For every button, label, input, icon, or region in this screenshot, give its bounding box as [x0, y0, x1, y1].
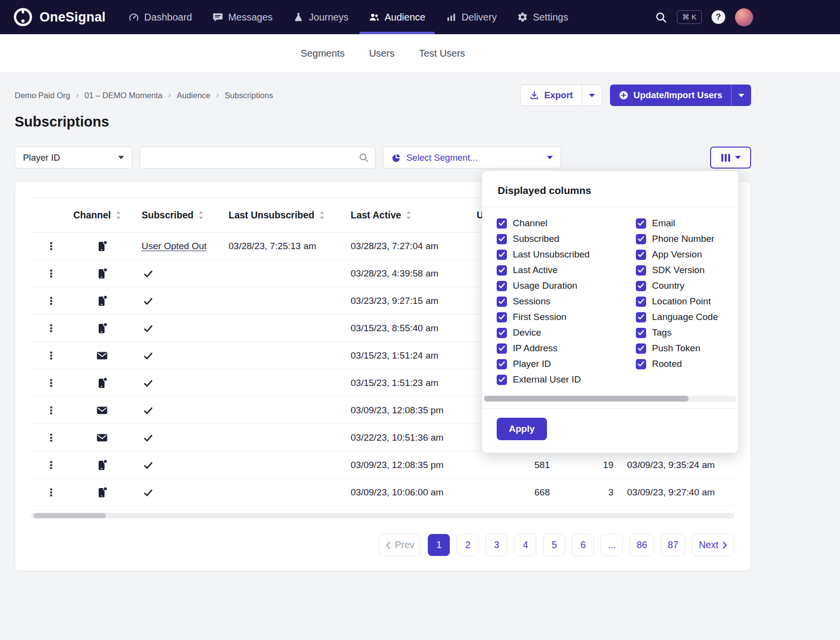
column-option-phone-number[interactable]: Phone Number [636, 234, 718, 244]
column-option-country[interactable]: Country [636, 280, 718, 291]
page-ellipsis[interactable]: ... [601, 534, 623, 556]
column-option-channel[interactable]: Channel [497, 218, 636, 229]
checkbox-checked-icon[interactable] [497, 234, 507, 244]
search-input[interactable] [140, 147, 376, 169]
segment-select[interactable]: Select Segment... [383, 147, 561, 169]
breadcrumb-item-demo-paid-org[interactable]: Demo Paid Org [15, 91, 70, 100]
nav-item-dashboard[interactable]: Dashboard [118, 0, 202, 34]
column-option-last-active[interactable]: Last Active [497, 265, 636, 276]
column-option-app-version[interactable]: App Version [636, 249, 718, 260]
tab-users[interactable]: Users [369, 48, 395, 59]
column-option-first-session[interactable]: First Session [497, 312, 636, 322]
nav-item-audience[interactable]: Audience [358, 0, 435, 34]
checkbox-checked-icon[interactable] [636, 281, 646, 291]
row-menu-button[interactable]: ⋮ [46, 240, 56, 252]
page-button-2[interactable]: 2 [457, 534, 479, 556]
tab-test-users[interactable]: Test Users [419, 48, 465, 59]
column-header-subscribed[interactable]: Subscribed [139, 198, 226, 233]
update-import-users-button[interactable]: Update/Import Users [610, 85, 731, 106]
columns-button[interactable] [710, 147, 751, 169]
sort-icon[interactable] [319, 211, 325, 219]
checkbox-checked-icon[interactable] [497, 328, 507, 338]
checkbox-checked-icon[interactable] [636, 250, 646, 260]
breadcrumb-item-01-demo-momenta[interactable]: 01 – DEMO Momenta [84, 91, 163, 100]
row-menu-button[interactable]: ⋮ [46, 459, 56, 470]
checkbox-checked-icon[interactable] [497, 297, 507, 307]
checkbox-checked-icon[interactable] [636, 265, 646, 276]
column-option-sdk-version[interactable]: SDK Version [636, 265, 718, 276]
checkbox-checked-icon[interactable] [497, 218, 507, 229]
checkbox-checked-icon[interactable] [497, 375, 507, 385]
column-option-email[interactable]: Email [636, 218, 718, 229]
update-import-dropdown-button[interactable] [732, 85, 751, 106]
prev-page-button[interactable]: Prev [378, 534, 421, 556]
page-button-4[interactable]: 4 [514, 534, 536, 556]
page-button-87[interactable]: 87 [661, 534, 685, 556]
popover-horizontal-scrollbar[interactable] [484, 396, 736, 402]
checkbox-checked-icon[interactable] [497, 281, 507, 291]
checkbox-checked-icon[interactable] [636, 328, 646, 338]
brand[interactable]: OneSignal [13, 7, 105, 27]
scrollbar-thumb[interactable] [484, 396, 689, 402]
checkbox-checked-icon[interactable] [636, 343, 646, 354]
next-page-button[interactable]: Next [692, 534, 735, 556]
row-menu-button[interactable]: ⋮ [46, 405, 56, 416]
nav-item-delivery[interactable]: Delivery [436, 0, 507, 34]
apply-button[interactable]: Apply [497, 418, 547, 440]
row-menu-button[interactable]: ⋮ [46, 377, 56, 388]
table-horizontal-scrollbar[interactable] [31, 513, 735, 518]
filter-field-select[interactable]: Player ID [15, 147, 132, 169]
nav-item-messages[interactable]: Messages [202, 0, 283, 34]
export-button[interactable]: Export [521, 85, 582, 106]
row-menu-button[interactable]: ⋮ [46, 432, 56, 443]
sort-icon[interactable] [406, 211, 411, 219]
column-option-external-user-id[interactable]: External User ID [497, 374, 636, 385]
checkbox-checked-icon[interactable] [636, 359, 646, 369]
user-opted-out-link[interactable]: User Opted Out [142, 241, 207, 251]
nav-item-settings[interactable]: Settings [507, 0, 578, 34]
page-button-1[interactable]: 1 [428, 534, 450, 556]
column-header-last-unsubscribed[interactable]: Last Unsubscribed [226, 198, 348, 233]
checkbox-checked-icon[interactable] [497, 359, 507, 369]
row-menu-button[interactable]: ⋮ [46, 322, 56, 334]
column-option-sessions[interactable]: Sessions [497, 296, 636, 307]
page-button-3[interactable]: 3 [485, 534, 507, 556]
row-menu-button[interactable]: ⋮ [46, 295, 56, 306]
checkbox-checked-icon[interactable] [636, 234, 646, 244]
row-menu-button[interactable]: ⋮ [46, 350, 56, 361]
checkbox-checked-icon[interactable] [497, 250, 507, 260]
checkbox-checked-icon[interactable] [636, 297, 646, 307]
page-button-5[interactable]: 5 [543, 534, 565, 556]
checkbox-checked-icon[interactable] [636, 218, 646, 229]
column-option-usage-duration[interactable]: Usage Duration [497, 280, 636, 291]
checkbox-checked-icon[interactable] [636, 312, 646, 322]
checkbox-checked-icon[interactable] [497, 343, 507, 354]
column-option-subscribed[interactable]: Subscribed [497, 234, 636, 244]
column-option-rooted[interactable]: Rooted [636, 359, 718, 369]
tab-segments[interactable]: Segments [301, 48, 345, 59]
page-button-6[interactable]: 6 [572, 534, 594, 556]
sort-icon[interactable] [198, 211, 204, 219]
page-button-86[interactable]: 86 [630, 534, 654, 556]
column-option-push-token[interactable]: Push Token [636, 343, 718, 354]
checkbox-checked-icon[interactable] [497, 312, 507, 322]
help-button[interactable]: ? [712, 10, 725, 24]
row-menu-button[interactable]: ⋮ [46, 487, 56, 498]
nav-item-journeys[interactable]: Journeys [283, 0, 358, 34]
search-icon[interactable] [655, 11, 667, 23]
checkbox-checked-icon[interactable] [497, 265, 507, 276]
column-option-player-id[interactable]: Player ID [497, 359, 636, 369]
export-dropdown-button[interactable] [582, 85, 602, 106]
column-header-last-active[interactable]: Last Active [348, 198, 474, 233]
row-menu-button[interactable]: ⋮ [46, 268, 56, 279]
sort-icon[interactable] [116, 211, 121, 219]
column-option-tags[interactable]: Tags [636, 327, 718, 338]
column-option-last-unsubscribed[interactable]: Last Unsubscribed [497, 249, 636, 260]
column-option-location-point[interactable]: Location Point [636, 296, 718, 307]
scrollbar-thumb[interactable] [34, 513, 106, 518]
avatar[interactable] [735, 8, 753, 26]
column-option-device[interactable]: Device [497, 327, 636, 338]
column-option-language-code[interactable]: Language Code [636, 312, 718, 322]
breadcrumb-item-audience[interactable]: Audience [177, 91, 210, 100]
column-header-channel[interactable]: Channel [70, 198, 139, 233]
